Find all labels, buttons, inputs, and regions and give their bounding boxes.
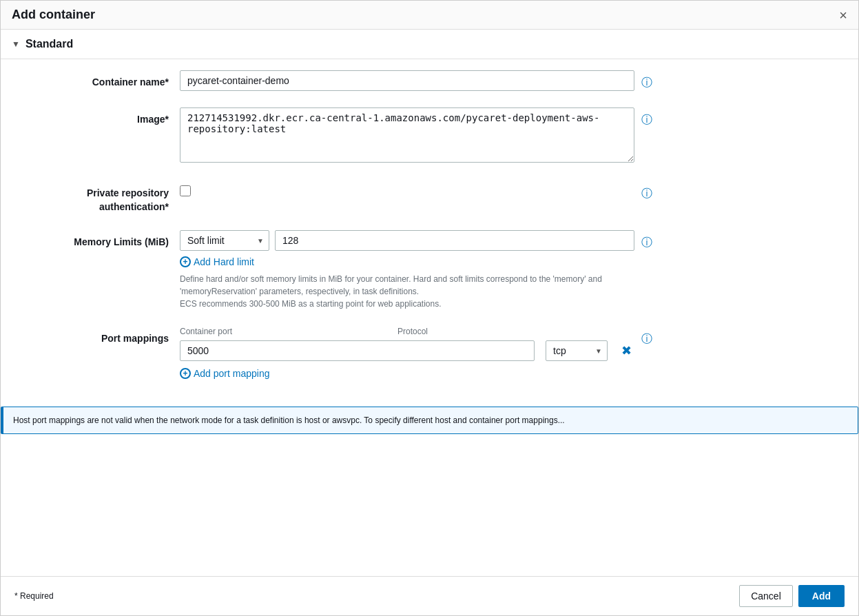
remove-port-button[interactable]: ✖ xyxy=(619,343,634,358)
private-repo-control xyxy=(180,181,634,196)
section-header[interactable]: ▼ Standard xyxy=(1,30,858,59)
container-name-row: Container name* ⓘ xyxy=(28,70,831,91)
memory-limits-row: Memory Limits (MiB) Soft limit Hard limi… xyxy=(28,230,831,310)
modal-body: ▼ Standard Container name* ⓘ Image* 2127… xyxy=(1,30,858,576)
private-repo-checkbox[interactable] xyxy=(180,185,191,196)
add-container-modal: Add container × ▼ Standard Container nam… xyxy=(0,0,859,616)
cancel-button[interactable]: Cancel xyxy=(739,585,793,607)
port-mappings-info-icon[interactable]: ⓘ xyxy=(641,327,652,347)
image-input[interactable]: 212714531992.dkr.ecr.ca-central-1.amazon… xyxy=(180,107,634,163)
port-mappings-label: Port mappings xyxy=(28,327,180,346)
memory-type-select-wrapper: Soft limit Hard limit ▼ xyxy=(180,230,269,251)
memory-limits-control: Soft limit Hard limit ▼ + Add Hard limit… xyxy=(180,230,634,310)
memory-type-select[interactable]: Soft limit Hard limit xyxy=(180,230,269,251)
modal-title: Add container xyxy=(12,8,95,22)
memory-limits-label: Memory Limits (MiB) xyxy=(28,230,180,249)
container-port-input[interactable] xyxy=(180,340,535,361)
image-label: Image* xyxy=(28,107,180,127)
private-repo-label: Private repository authentication* xyxy=(28,181,180,214)
image-info-icon[interactable]: ⓘ xyxy=(641,107,652,127)
container-name-label: Container name* xyxy=(28,70,180,90)
add-port-label: Add port mapping xyxy=(194,368,270,379)
container-name-input[interactable] xyxy=(180,70,634,91)
modal-header: Add container × xyxy=(1,1,858,30)
add-hard-limit-label: Add Hard limit xyxy=(194,256,254,267)
required-note: * Required xyxy=(14,591,54,601)
memory-hint-text: Define hard and/or soft memory limits in… xyxy=(180,273,634,310)
memory-input-row: Soft limit Hard limit ▼ xyxy=(180,230,634,251)
modal-footer: * Required Cancel Add xyxy=(1,576,858,615)
close-button[interactable]: × xyxy=(839,8,847,22)
section-title: Standard xyxy=(25,38,73,50)
add-hard-limit-link[interactable]: + Add Hard limit xyxy=(180,256,254,267)
add-hard-limit-plus-icon: + xyxy=(180,256,191,267)
container-port-col-label: Container port xyxy=(180,327,386,336)
port-mappings-row: Port mappings Container port Protocol tc… xyxy=(28,327,831,379)
protocol-col-label: Protocol xyxy=(397,327,480,336)
protocol-select[interactable]: tcp udp xyxy=(546,340,608,361)
protocol-select-wrapper: tcp udp ▼ xyxy=(546,340,608,361)
private-repo-checkbox-wrapper xyxy=(180,181,634,196)
info-box-text: Host port mappings are not valid when th… xyxy=(13,415,565,425)
image-row: Image* 212714531992.dkr.ecr.ca-central-1… xyxy=(28,107,831,165)
footer-buttons: Cancel Add xyxy=(739,585,845,607)
port-input-row: tcp udp ▼ ✖ xyxy=(180,340,634,361)
add-port-mapping-link[interactable]: + Add port mapping xyxy=(180,368,270,379)
container-name-control xyxy=(180,70,634,91)
container-name-info-icon[interactable]: ⓘ xyxy=(641,70,652,90)
form-body: Container name* ⓘ Image* 212714531992.dk… xyxy=(1,59,858,407)
port-mappings-control: Container port Protocol tcp udp ▼ ✖ xyxy=(180,327,634,379)
memory-info-icon[interactable]: ⓘ xyxy=(641,230,652,250)
private-repo-row: Private repository authentication* ⓘ xyxy=(28,181,831,214)
image-control: 212714531992.dkr.ecr.ca-central-1.amazon… xyxy=(180,107,634,165)
memory-value-input[interactable] xyxy=(275,230,634,251)
info-box: Host port mappings are not valid when th… xyxy=(1,407,858,434)
private-repo-info-icon[interactable]: ⓘ xyxy=(641,181,652,201)
section-arrow: ▼ xyxy=(12,39,20,49)
add-button[interactable]: Add xyxy=(798,585,845,607)
add-port-plus-icon: + xyxy=(180,368,191,379)
port-header-row: Container port Protocol xyxy=(180,327,634,336)
